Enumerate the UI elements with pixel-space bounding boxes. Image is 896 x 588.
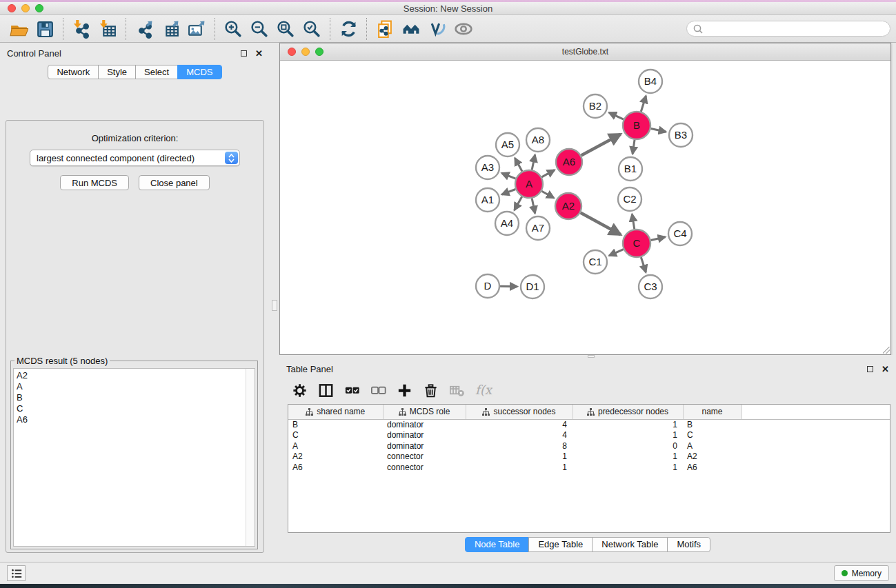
graph-edge-B-B3[interactable]: [651, 128, 666, 132]
select-all-button[interactable]: [341, 381, 364, 401]
graph-edge-A-A2[interactable]: [541, 191, 554, 198]
column-header-shared-name[interactable]: shared name: [288, 405, 383, 419]
table-row[interactable]: Adominator80A: [288, 440, 890, 452]
table-cell[interactable]: A: [683, 440, 741, 452]
column-header-successor-nodes[interactable]: successor nodes: [466, 405, 573, 419]
mcds-result-item[interactable]: B: [17, 392, 255, 403]
graph-edge-C-C2[interactable]: [632, 214, 634, 230]
graph-node-B1[interactable]: B1: [619, 157, 642, 181]
float-table-panel-icon[interactable]: [867, 366, 873, 372]
unselect-all-button[interactable]: [368, 381, 390, 401]
tab-select[interactable]: Select: [135, 65, 178, 79]
table-cell[interactable]: A: [288, 440, 383, 452]
graph-node-C2[interactable]: C2: [618, 187, 641, 211]
table-cell[interactable]: B: [288, 419, 383, 430]
graph-node-C4[interactable]: C4: [668, 222, 692, 245]
graph-node-B2[interactable]: B2: [584, 94, 607, 118]
table-cell[interactable]: dominator: [383, 440, 466, 452]
table-cell[interactable]: A2: [683, 452, 741, 463]
graph-node-B[interactable]: B: [623, 112, 650, 139]
table-cell[interactable]: connector: [383, 462, 466, 473]
table-cell[interactable]: 0: [573, 440, 683, 452]
graph-edge-A6-B[interactable]: [581, 134, 621, 156]
tab-node-table[interactable]: Node Table: [465, 537, 530, 552]
graph-node-A2[interactable]: A2: [555, 193, 581, 219]
table-cell[interactable]: C: [288, 430, 383, 441]
table-cell[interactable]: 1: [573, 452, 683, 463]
mcds-result-list[interactable]: A2ABCA6: [13, 368, 255, 547]
table-settings-button[interactable]: [289, 381, 311, 401]
apply-layout-button[interactable]: [335, 17, 361, 41]
zoom-fit-button[interactable]: [272, 17, 299, 41]
mcds-result-item[interactable]: A6: [17, 414, 255, 425]
mcds-result-item[interactable]: C: [17, 403, 255, 414]
zoom-out-button[interactable]: [246, 17, 272, 41]
mcds-result-item[interactable]: A2: [17, 370, 255, 381]
table-cell[interactable]: C: [683, 430, 741, 441]
graph-edge-B-B2[interactable]: [609, 112, 624, 119]
splitter-handle[interactable]: [588, 355, 595, 358]
save-session-button[interactable]: [32, 17, 58, 41]
graph-node-A6[interactable]: A6: [556, 149, 582, 175]
open-session-button[interactable]: [6, 17, 32, 41]
result-scrollbar[interactable]: [246, 369, 255, 546]
tab-motifs[interactable]: Motifs: [667, 537, 710, 552]
table-cell[interactable]: 8: [466, 440, 573, 452]
table-cell[interactable]: 1: [466, 462, 573, 473]
graph-edge-A-A5[interactable]: [515, 158, 522, 171]
close-panel-button[interactable]: Close panel: [139, 175, 210, 190]
table-cell[interactable]: connector: [383, 452, 466, 463]
graph-node-A[interactable]: A: [515, 170, 543, 198]
graph-node-C1[interactable]: C1: [584, 250, 607, 274]
graph-node-C[interactable]: C: [623, 230, 650, 257]
graph-node-C3[interactable]: C3: [639, 275, 662, 298]
export-table-button[interactable]: [157, 17, 183, 41]
home-button[interactable]: [398, 17, 424, 41]
column-visibility-button[interactable]: [315, 381, 337, 401]
graph-node-A8[interactable]: A8: [526, 128, 550, 152]
tab-network-table[interactable]: Network Table: [592, 537, 668, 552]
export-image-button[interactable]: [183, 17, 210, 41]
import-network-button[interactable]: [68, 17, 94, 41]
vertical-splitter[interactable]: [270, 43, 279, 562]
network-window-titlebar[interactable]: testGlobe.txt: [280, 43, 890, 61]
graph-edge-A-A8[interactable]: [532, 155, 535, 170]
graph-edge-A-A4[interactable]: [515, 196, 522, 210]
criterion-dropdown[interactable]: largest connected component (directed): [30, 150, 240, 166]
graph-edge-A-A7[interactable]: [532, 199, 535, 214]
show-hide-panels-button[interactable]: [450, 17, 477, 41]
zoom-selected-button[interactable]: [299, 17, 325, 41]
table-cell[interactable]: dominator: [383, 419, 466, 430]
table-cell[interactable]: 1: [573, 462, 683, 473]
graph-edge-B-B4[interactable]: [641, 96, 646, 112]
table-row[interactable]: A2connector11A2: [288, 452, 890, 463]
mcds-result-item[interactable]: A: [17, 381, 255, 392]
app-titlebar[interactable]: Session: New Session: [0, 2, 896, 15]
graph-node-D[interactable]: D: [476, 274, 499, 298]
table-row[interactable]: Cdominator41C: [288, 430, 890, 441]
close-panel-icon[interactable]: ✕: [255, 49, 263, 58]
graph-edge-C-C3[interactable]: [641, 257, 646, 272]
table-cell[interactable]: A2: [288, 452, 383, 463]
run-mcds-button[interactable]: Run MCDS: [60, 175, 129, 190]
graph-edge-C-C1[interactable]: [609, 250, 624, 256]
tab-mcds[interactable]: MCDS: [177, 65, 221, 79]
column-header-name[interactable]: name: [683, 405, 741, 419]
float-panel-icon[interactable]: [241, 50, 247, 57]
tab-network[interactable]: Network: [48, 65, 99, 79]
resize-grip[interactable]: [883, 347, 890, 354]
table-row[interactable]: Bdominator41B: [288, 419, 890, 430]
export-network-button[interactable]: [131, 17, 157, 41]
graph-edge-A-A1[interactable]: [502, 190, 516, 195]
memory-button[interactable]: Memory: [834, 565, 889, 581]
graphics-details-button[interactable]: [424, 17, 450, 41]
graph-node-D1[interactable]: D1: [521, 275, 544, 298]
column-header-MCDS-role[interactable]: MCDS role: [383, 405, 466, 419]
graph-edge-A2-C[interactable]: [581, 213, 621, 235]
network-from-selection-button[interactable]: [372, 17, 398, 41]
zoom-in-button[interactable]: [220, 17, 246, 41]
table-cell[interactable]: 1: [573, 419, 683, 430]
search-box[interactable]: [686, 21, 890, 37]
add-column-button[interactable]: [394, 381, 416, 401]
table-row[interactable]: A6connector11A6: [288, 462, 890, 473]
